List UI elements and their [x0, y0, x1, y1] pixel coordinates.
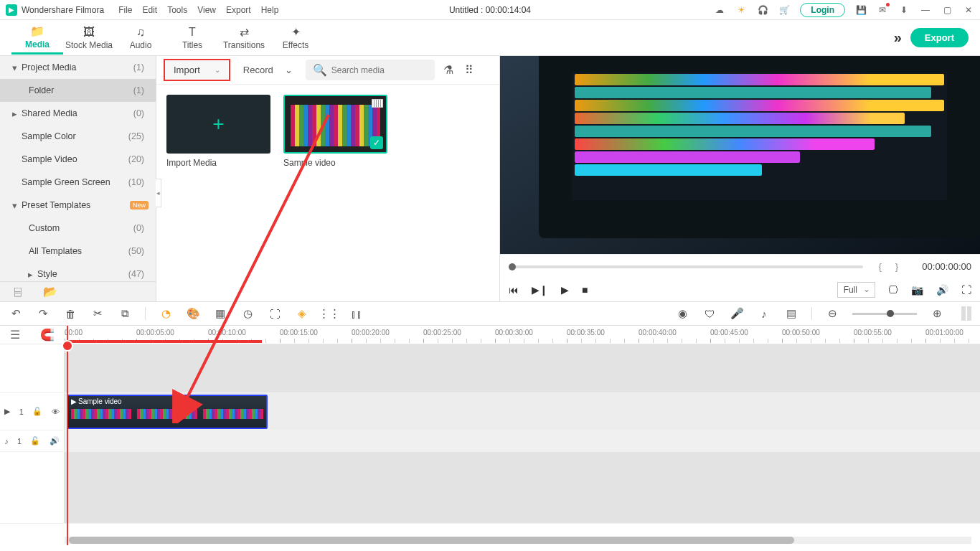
timeline-clip[interactable]: ▶Sample video	[67, 395, 268, 429]
green-screen-icon[interactable]: ▦	[213, 306, 227, 321]
preview-video[interactable]	[500, 56, 980, 254]
collapse-handle[interactable]: ◂	[156, 179, 161, 207]
sidebar-item-shared-media[interactable]: ▸Shared Media(0)	[0, 102, 156, 125]
play-pause-icon[interactable]: ▶❙	[532, 284, 548, 296]
eye-icon[interactable]: 👁	[52, 408, 60, 416]
tab-audio[interactable]: ♫Audio	[115, 22, 166, 55]
sidebar-item-folder[interactable]: Folder(1)	[0, 79, 156, 102]
zoom-out-icon[interactable]: ⊖	[825, 306, 839, 321]
audio-track-body[interactable]	[65, 430, 980, 451]
timeline-menu-icon[interactable]: ☰	[10, 328, 20, 342]
lock-icon[interactable]: 🔓	[30, 436, 40, 446]
grid-icon[interactable]: ⠿	[462, 63, 476, 77]
lock-icon[interactable]: 🔓	[32, 407, 42, 416]
stop-icon[interactable]: ■	[582, 284, 588, 296]
preview-scrubber[interactable]	[509, 265, 863, 268]
more-tabs-icon[interactable]: »	[885, 29, 910, 46]
save-icon[interactable]: 💾	[855, 4, 867, 16]
menu-tools[interactable]: Tools	[167, 5, 187, 15]
crop-icon[interactable]: ⧉	[118, 306, 132, 321]
marker-icon[interactable]: 🛡	[702, 306, 717, 321]
mail-icon[interactable]: ✉	[877, 4, 888, 16]
close-icon[interactable]: ✕	[963, 4, 974, 16]
undo-icon[interactable]: ↶	[9, 306, 23, 321]
zoom-slider[interactable]	[852, 313, 917, 315]
quality-select[interactable]: Full	[837, 282, 875, 298]
scrubber-handle[interactable]	[509, 263, 516, 270]
playhead[interactable]	[67, 326, 68, 545]
cut-icon[interactable]: ✂	[90, 306, 105, 321]
sidebar-item-sample-green-screen[interactable]: Sample Green Screen(10)	[0, 171, 156, 194]
tab-transitions[interactable]: ⇄Transitions	[218, 22, 270, 55]
menu-file[interactable]: File	[118, 5, 132, 15]
voiceover-icon[interactable]: 🎤	[730, 306, 744, 321]
menu-edit[interactable]: Edit	[143, 5, 158, 15]
sidebar-item-sample-color[interactable]: Sample Color(25)	[0, 125, 156, 148]
filter-icon[interactable]: ⚗	[440, 63, 456, 77]
sidebar-item-sample-video[interactable]: Sample Video(20)	[0, 148, 156, 171]
video-track-1[interactable]: ▶ 1 🔓 👁 ▶Sample video	[0, 393, 980, 430]
snapshot-icon[interactable]: 📷	[911, 284, 923, 296]
keyframe-icon[interactable]: ◈	[295, 306, 309, 321]
import-thumb[interactable]: +	[166, 95, 270, 154]
import-button[interactable]: Import⌄	[164, 59, 230, 81]
sidebar-item-style[interactable]: ▸Style(47)	[0, 263, 156, 281]
menu-export[interactable]: Export	[226, 5, 251, 15]
tab-effects[interactable]: ✦Effects	[270, 22, 321, 55]
audio-track-1[interactable]: ♪ 1 🔓 🔊	[0, 430, 980, 452]
render-icon[interactable]: ◉	[675, 306, 689, 321]
playhead-handle[interactable]	[62, 340, 73, 352]
track-manager-icon[interactable]: ▤	[784, 306, 798, 321]
redo-icon[interactable]: ↷	[36, 306, 50, 321]
hscroll-thumb[interactable]	[69, 537, 794, 544]
cart-icon[interactable]: 🛒	[778, 4, 790, 16]
film-icon	[372, 99, 383, 108]
new-folder-icon[interactable]: ⌸	[14, 286, 22, 298]
monitor-icon[interactable]: 🖵	[888, 284, 898, 296]
search-box[interactable]: 🔍	[306, 60, 435, 80]
sidebar-item-preset-templates[interactable]: ▾Preset TemplatesNew	[0, 194, 156, 217]
timeline-hscroll[interactable]	[65, 537, 971, 544]
tab-media[interactable]: 📁Media	[11, 22, 63, 55]
video-track-body[interactable]: ▶Sample video	[65, 393, 980, 430]
folder-open-icon[interactable]: 📂	[43, 285, 57, 298]
fit-icon[interactable]: ⛶	[268, 306, 282, 321]
magnet-icon[interactable]: 🧲	[40, 328, 55, 342]
cloud-icon[interactable]: ☁	[714, 4, 725, 16]
headphones-icon[interactable]: 🎧	[757, 4, 768, 16]
minimize-icon[interactable]: —	[920, 4, 931, 16]
sun-icon[interactable]: ☀	[735, 4, 747, 16]
sample-video-card[interactable]: ✓ Sample video	[283, 95, 387, 168]
sample-thumb[interactable]: ✓	[283, 95, 387, 154]
sidebar-item-all-templates[interactable]: All Templates(50)	[0, 240, 156, 263]
download-icon[interactable]: ⬇	[898, 4, 910, 16]
duration-icon[interactable]: ◷	[240, 306, 255, 321]
volume-icon[interactable]: 🔊	[936, 284, 948, 296]
zoom-knob[interactable]	[887, 310, 894, 317]
maximize-icon[interactable]: ▢	[941, 4, 953, 16]
speaker-icon[interactable]: 🔊	[50, 436, 60, 446]
menu-view[interactable]: View	[197, 5, 216, 15]
import-media-card[interactable]: + Import Media	[166, 95, 270, 168]
export-button[interactable]: Export	[910, 28, 969, 47]
thumbnail-preview	[291, 105, 380, 146]
marker-brackets[interactable]: { }	[879, 262, 904, 272]
login-button[interactable]: Login	[800, 3, 845, 17]
sidebar-item-project-media[interactable]: ▾Project Media(1)	[0, 56, 156, 79]
color-icon[interactable]: 🎨	[186, 306, 200, 321]
adjust-icon[interactable]: ⋮⋮	[322, 306, 336, 321]
fullscreen-icon[interactable]: ⛶	[961, 284, 971, 296]
tab-stock-media[interactable]: 🖼Stock Media	[63, 22, 115, 55]
audio-mixer-icon[interactable]: ⫿⫿	[349, 306, 364, 321]
delete-icon[interactable]: 🗑	[63, 306, 77, 321]
play-icon[interactable]: ▶	[561, 284, 569, 296]
sidebar-item-custom[interactable]: Custom(0)	[0, 217, 156, 240]
audio-sync-icon[interactable]: ♪	[757, 306, 771, 321]
menu-help[interactable]: Help	[261, 5, 279, 15]
prev-frame-icon[interactable]: ⏮	[509, 284, 519, 296]
search-input[interactable]	[331, 65, 439, 75]
zoom-in-icon[interactable]: ⊕	[930, 306, 944, 321]
tab-titles[interactable]: TTitles	[166, 22, 218, 55]
record-button[interactable]: Record⌄	[236, 60, 300, 80]
speed-icon[interactable]: ◔	[159, 306, 173, 321]
